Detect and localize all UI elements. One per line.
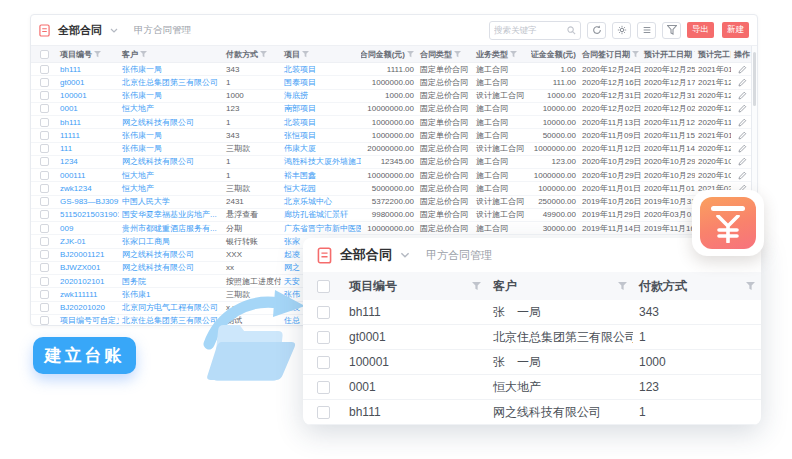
search-input[interactable]	[494, 25, 564, 35]
filter-icon[interactable]	[407, 51, 414, 58]
cell-project-id[interactable]: 11111	[57, 129, 119, 141]
chevron-down-icon[interactable]	[110, 28, 118, 33]
row-checkbox[interactable]	[40, 78, 49, 87]
edit-icon[interactable]	[738, 118, 747, 127]
cell-customer[interactable]: 网之线科技有限公司	[119, 249, 223, 261]
cell-project[interactable]: 廊坊孔雀城汇景轩	[281, 209, 361, 221]
cell-project[interactable]: 鸿胜科技大厦外墙施工项目	[281, 156, 361, 168]
row-checkbox[interactable]	[317, 381, 330, 394]
panel-subtitle[interactable]: 甲方合同管理	[134, 24, 191, 37]
row-checkbox[interactable]	[40, 210, 49, 219]
select-all-checkbox[interactable]	[317, 280, 330, 293]
cell-project-id[interactable]: BJWZX001	[57, 262, 119, 274]
row-checkbox[interactable]	[40, 277, 49, 286]
cell-project-id[interactable]: 100001	[57, 90, 119, 102]
cell-project-id[interactable]: gt0001	[57, 76, 119, 88]
row-checkbox[interactable]	[40, 104, 49, 113]
cell-project-id[interactable]: 000111	[57, 169, 119, 181]
edit-icon[interactable]	[738, 157, 747, 166]
cell-project-id[interactable]: 2020102101	[57, 275, 119, 287]
refresh-button[interactable]	[587, 22, 606, 39]
row-checkbox[interactable]	[40, 118, 49, 127]
column-header-finish-date[interactable]: 预计完工日期	[695, 49, 731, 60]
cell-project-id[interactable]: bh111	[343, 405, 487, 419]
row-checkbox[interactable]	[40, 197, 49, 206]
cell-project-id[interactable]: 100001	[343, 355, 487, 369]
cell-project-id[interactable]: BJ20201020	[57, 302, 119, 314]
column-header-deposit[interactable]: 履约保证金金额(元)	[531, 49, 579, 60]
cell-customer[interactable]: 张伟康一局	[119, 143, 223, 155]
cell-project-id[interactable]: gt0001	[343, 330, 487, 344]
row-checkbox[interactable]	[317, 406, 330, 419]
cell-project-id[interactable]: 5115021503190101	[57, 209, 119, 221]
row-checkbox[interactable]	[40, 250, 49, 259]
row-checkbox[interactable]	[40, 316, 49, 325]
cell-project-id[interactable]: bh111	[57, 63, 119, 75]
search-box[interactable]	[489, 21, 581, 40]
cell-customer[interactable]: 张 一局	[487, 304, 633, 321]
column-header-project[interactable]: 项目	[281, 49, 361, 60]
column-header-amount[interactable]: 合同金额(元)	[361, 49, 417, 60]
cell-customer[interactable]: 国安华夏幸福基业房地产...	[119, 209, 223, 221]
cell-project-id[interactable]: 111	[57, 143, 119, 155]
cell-project-id[interactable]: 0001	[57, 103, 119, 115]
column-header-contract-type[interactable]: 合同类型	[417, 49, 473, 60]
row-checkbox[interactable]	[317, 306, 330, 319]
cell-project[interactable]: 北装项目	[281, 63, 361, 75]
edit-icon[interactable]	[738, 91, 747, 100]
column-header-customer[interactable]: 客户	[119, 49, 223, 60]
row-checkbox[interactable]	[40, 157, 49, 166]
export-button[interactable]: 导出	[687, 22, 714, 38]
column-header-start-date[interactable]: 预计开工日期	[641, 49, 695, 60]
filter-icon[interactable]	[260, 51, 267, 58]
cell-project[interactable]: 海底捞	[281, 90, 361, 102]
edit-icon[interactable]	[738, 65, 747, 74]
filter-icon[interactable]	[302, 51, 309, 58]
filter-icon[interactable]	[746, 282, 755, 291]
filter-icon[interactable]	[94, 51, 101, 58]
cell-project-id[interactable]: bh111	[57, 116, 119, 128]
filter-button[interactable]	[662, 22, 681, 39]
column-header-project-id[interactable]: 项目编号	[57, 49, 119, 60]
column-header-business-type[interactable]: 业务类型	[473, 49, 531, 60]
scrollbar-thumb[interactable]	[753, 52, 756, 106]
row-checkbox[interactable]	[40, 131, 49, 140]
column-header-payment[interactable]: 付款方式	[633, 278, 761, 295]
cell-customer[interactable]: 张伟康一局	[119, 90, 223, 102]
edit-icon[interactable]	[738, 171, 747, 180]
cell-project-id[interactable]: 项目编号可自定义	[57, 315, 119, 326]
filter-icon[interactable]	[140, 51, 147, 58]
cell-customer[interactable]: 恒大地产	[119, 169, 223, 181]
cell-customer[interactable]: 张伟康一局	[119, 129, 223, 141]
row-checkbox[interactable]	[317, 356, 330, 369]
cell-project[interactable]: 恒大花园	[281, 182, 361, 194]
cell-project-id[interactable]: ZJK-01	[57, 235, 119, 247]
edit-icon[interactable]	[738, 104, 747, 113]
edit-icon[interactable]	[738, 78, 747, 87]
cell-project[interactable]: 北装项目	[281, 116, 361, 128]
filter-icon[interactable]	[454, 51, 461, 58]
row-checkbox[interactable]	[40, 65, 49, 74]
cell-project-id[interactable]: 1234	[57, 156, 119, 168]
filter-icon[interactable]	[618, 282, 627, 291]
cell-project-id[interactable]: BJ20001121	[57, 249, 119, 261]
cell-customer[interactable]: 恒大地产	[487, 379, 633, 396]
cell-project-id[interactable]: bh111	[343, 305, 487, 319]
edit-icon[interactable]	[738, 131, 747, 140]
cell-customer[interactable]: 北京住总集团第三有限公司	[119, 76, 223, 88]
column-header-project-id[interactable]: 项目编号	[343, 278, 487, 295]
row-checkbox[interactable]	[40, 144, 49, 153]
row-checkbox[interactable]	[40, 171, 49, 180]
cell-customer[interactable]: 中国人民大学	[119, 196, 223, 208]
filter-icon[interactable]	[510, 51, 517, 58]
row-checkbox[interactable]	[40, 224, 49, 233]
cell-project-id[interactable]: 0001	[343, 380, 487, 394]
columns-button[interactable]	[637, 22, 656, 39]
cell-customer[interactable]: 网之线科技有限公司	[119, 156, 223, 168]
cell-customer[interactable]: 张 一局	[487, 354, 633, 371]
cell-project-id[interactable]: 009	[57, 222, 119, 234]
row-checkbox[interactable]	[40, 91, 49, 100]
create-button[interactable]: 新建	[722, 22, 749, 38]
row-checkbox[interactable]	[40, 303, 49, 312]
cell-project[interactable]: 张恒项目	[281, 129, 361, 141]
